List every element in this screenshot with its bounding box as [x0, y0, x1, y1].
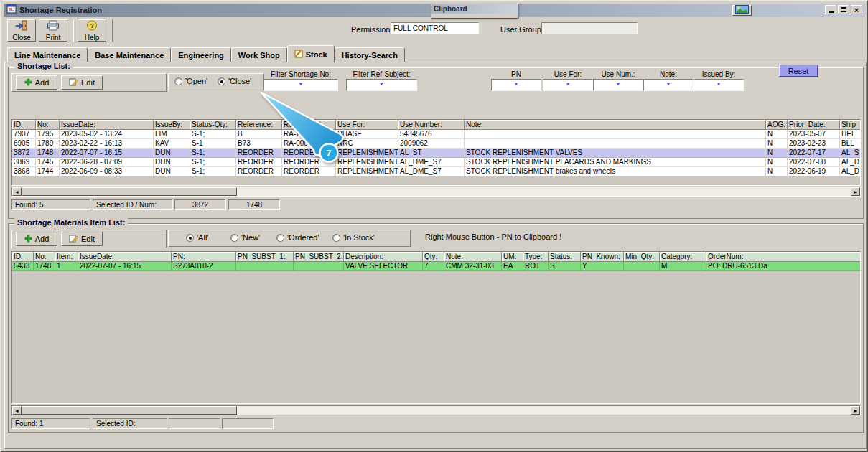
clipboard-hint: Right Mouse Button - PN to Clipboard !	[425, 232, 561, 241]
table-row[interactable]: 387217482022-07-07 - 16:15DUNS-1;REORDER…	[12, 149, 860, 158]
table-row[interactable]: 690517892023-02-22 - 16:13KAVS-1B73RA-00…	[12, 139, 860, 149]
column-header[interactable]: Status:	[549, 252, 581, 262]
radio-close[interactable]: 'Close'	[218, 77, 251, 85]
reset-button[interactable]: Reset	[779, 65, 818, 77]
column-header[interactable]: Prior_Date:	[788, 120, 840, 130]
radio-open[interactable]: 'Open'	[174, 77, 207, 85]
minimize-button[interactable]	[825, 5, 836, 14]
column-header[interactable]: PN_Known:	[581, 252, 624, 262]
filter-pn-input[interactable]	[491, 79, 541, 91]
materials-hscrollbar[interactable]: ◄ ►	[11, 405, 861, 415]
maximize-button[interactable]	[838, 5, 849, 14]
column-header[interactable]: ID:	[12, 252, 34, 262]
tab-stock[interactable]: Stock	[287, 45, 335, 62]
table-cell: STOCK REPLENISHMENT brakes and wheels	[465, 167, 766, 176]
materials-table[interactable]: ID:No:Item:IssueDate:PN:PN_SUBST_1:PN_SU…	[11, 251, 861, 404]
scroll-thumb[interactable]	[22, 406, 237, 415]
column-header[interactable]: IssueDate:	[60, 120, 154, 130]
filter-label: Filter Ref-Subject:	[353, 70, 410, 78]
column-header[interactable]: PN_SUBST_2:	[294, 252, 344, 262]
column-header[interactable]: No:	[36, 120, 60, 130]
column-header[interactable]: PN_SUBST_1:	[236, 252, 294, 262]
filter-use-for-input[interactable]	[543, 79, 593, 91]
column-header[interactable]: AOG:	[766, 120, 788, 130]
column-header[interactable]: Reference:	[236, 120, 282, 130]
column-header[interactable]: IssueBy:	[154, 120, 190, 130]
radio-open-label: 'Open'	[185, 77, 207, 85]
close-button-label: Close	[12, 34, 31, 42]
close-window-button[interactable]: ×	[851, 5, 862, 14]
scroll-right-icon: ►	[853, 408, 858, 413]
column-header[interactable]: Item:	[55, 252, 78, 262]
scroll-right-button[interactable]: ►	[851, 406, 860, 415]
column-header[interactable]: PN:	[172, 252, 236, 262]
filter-use-num-input[interactable]	[593, 79, 643, 91]
print-button[interactable]: Print	[39, 19, 67, 42]
picture-button[interactable]	[732, 5, 752, 16]
scroll-left-button[interactable]: ◄	[12, 187, 22, 196]
materials-edit-button[interactable]: Edit	[61, 232, 103, 246]
help-button[interactable]: ? Help	[78, 19, 106, 42]
tab-base-maintenance[interactable]: Base Maintenance	[88, 47, 171, 62]
tab-work-shop[interactable]: Work Shop	[231, 47, 287, 62]
permission-label: Permission:	[351, 25, 392, 34]
radio-all[interactable]: 'All'	[186, 233, 208, 242]
table-row[interactable]: 386817442022-06-09 - 08:33DUNS-1;REORDER…	[12, 167, 860, 176]
column-header[interactable]: Ship_	[840, 120, 861, 130]
column-header[interactable]: Category:	[660, 252, 706, 262]
column-header[interactable]: Use For:	[336, 120, 398, 130]
column-header[interactable]: No:	[34, 252, 55, 262]
table-row[interactable]: 790717952023-05-02 - 13:24LIMS-1;BRA-777…	[12, 130, 860, 139]
materials-add-button[interactable]: Add	[16, 232, 57, 246]
column-header[interactable]: Note:	[444, 252, 502, 262]
filter-issued-by-input[interactable]	[694, 79, 744, 91]
filter-note-input[interactable]	[643, 79, 694, 91]
column-header[interactable]: UM:	[502, 252, 523, 262]
column-header[interactable]: Min_Qty:	[624, 252, 660, 262]
scroll-left-button[interactable]: ◄	[12, 406, 22, 415]
materials-edit-label: Edit	[81, 235, 95, 243]
table-cell: N	[766, 167, 788, 176]
shortage-edit-button[interactable]: Edit	[61, 75, 103, 90]
tab-line-maintenance[interactable]: Line Maintenance	[7, 47, 88, 62]
materials-actions-panel: Add Edit	[11, 230, 167, 248]
column-header[interactable]: Type:	[523, 252, 549, 262]
user-group-field	[541, 22, 638, 34]
shortage-list-title: Shortage List:	[14, 62, 73, 70]
radio-in-stock[interactable]: 'In Stock'	[332, 233, 375, 242]
filter-label: Issued By:	[702, 70, 736, 78]
tab-engineering[interactable]: Engineering	[171, 47, 231, 62]
table-cell: M	[660, 262, 706, 271]
table-row[interactable]: 5433174812022-07-07 - 16:15S273A010-2VAL…	[12, 262, 860, 271]
scroll-thumb[interactable]	[22, 187, 237, 196]
radio-new-circle	[230, 234, 238, 242]
table-cell: S-1;	[190, 130, 236, 139]
column-header[interactable]: IssueDate:	[78, 252, 172, 262]
column-header[interactable]: Status-Qty:	[190, 120, 236, 130]
radio-ordered[interactable]: 'Ordered'	[276, 233, 319, 242]
table-row[interactable]: 386917452022-06-28 - 07:09DUNS-1;REORDER…	[12, 158, 860, 167]
column-header[interactable]: OrderNum:	[706, 252, 861, 262]
radio-new[interactable]: 'New'	[230, 233, 260, 242]
filter-shortage-no-input[interactable]	[263, 79, 338, 91]
shortage-hscrollbar[interactable]: ◄ ►	[11, 187, 861, 197]
column-header[interactable]: ID:	[12, 120, 36, 130]
column-header[interactable]: Use Number:	[398, 120, 465, 130]
column-header[interactable]: Ref-Subject:	[282, 120, 336, 130]
table-cell: DUN	[154, 158, 190, 167]
shortage-add-button[interactable]: Add	[16, 75, 57, 90]
table-cell: PO: DRU-6513 Da	[706, 262, 861, 271]
scroll-right-button[interactable]: ►	[851, 187, 860, 196]
filter-ref-subject-input[interactable]	[346, 79, 417, 91]
column-header[interactable]: Qty:	[423, 252, 444, 262]
column-header[interactable]: Description:	[344, 252, 423, 262]
clipboard-window[interactable]: Clipboard	[431, 4, 518, 19]
table-cell	[236, 262, 294, 271]
close-button[interactable]: Close	[7, 19, 36, 42]
help-icon: ?	[86, 20, 98, 33]
tab-history-search[interactable]: History-Search	[335, 47, 405, 62]
shortage-table[interactable]: ID:No:IssueDate:IssueBy:Status-Qty:Refer…	[11, 119, 861, 186]
filter-use-num: Use Num.:	[593, 70, 643, 91]
column-header[interactable]: Note:	[465, 120, 766, 130]
filter-shortage-no: Filter Shortage No:	[263, 70, 338, 91]
